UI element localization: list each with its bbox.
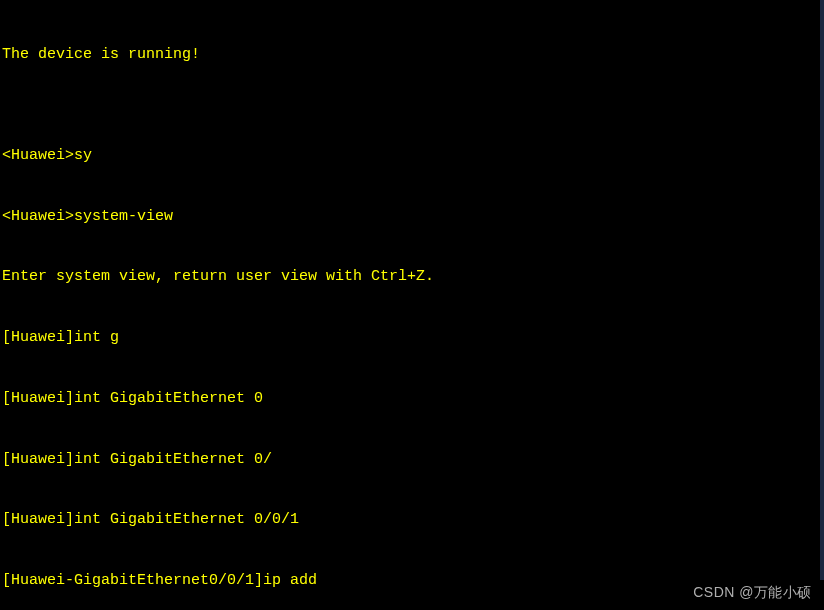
terminal-line: Enter system view, return user view with… — [2, 267, 824, 287]
terminal-output[interactable]: The device is running! <Huawei>sy <Huawe… — [2, 4, 824, 610]
terminal-line: [Huawei]int GigabitEthernet 0 — [2, 389, 824, 409]
terminal-line: <Huawei>sy — [2, 146, 824, 166]
terminal-line: <Huawei>system-view — [2, 207, 824, 227]
window-border — [820, 0, 824, 580]
terminal-line: The device is running! — [2, 45, 824, 65]
watermark-text: CSDN @万能小硕 — [693, 583, 812, 602]
terminal-line: [Huawei]int g — [2, 328, 824, 348]
terminal-line: [Huawei]int GigabitEthernet 0/ — [2, 450, 824, 470]
terminal-line: [Huawei]int GigabitEthernet 0/0/1 — [2, 510, 824, 530]
